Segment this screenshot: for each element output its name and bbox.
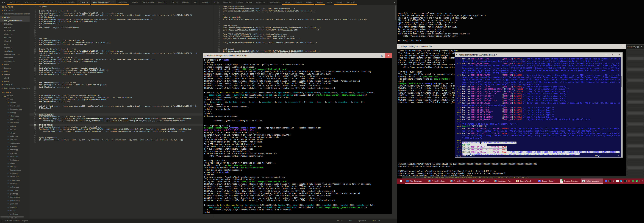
sidebar-item-untitled[interactable]: ≡untitled (0, 73, 30, 76)
tab-expand-1[interactable]: expand.1 (200, 0, 212, 5)
tab-untitled[interactable]: untitled (334, 0, 345, 5)
tree-item-paste-cpp[interactable]: C+paste.cpp (0, 192, 30, 196)
close-button[interactable]: ✕ (385, 53, 392, 58)
display-tray-icon[interactable] (642, 180, 644, 182)
tab-df-cop[interactable]: df.cop (212, 0, 221, 5)
tab-untitled[interactable]: untitled (314, 0, 325, 5)
sidebar-item-200x200px[interactable]: ≡200x200px (0, 22, 30, 26)
sidebar-item-chown-cpp[interactable]: chown.cpp (0, 32, 30, 36)
close-button[interactable]: ✕ (620, 44, 626, 49)
maximize-button[interactable]: ▢ (379, 53, 385, 58)
vcxsrv-tray-icon[interactable]: X (612, 180, 615, 182)
tab-nice-1[interactable]: nice.1 (325, 0, 334, 5)
sidebar-item-untitled[interactable]: ≡untitled (0, 63, 30, 66)
tree-item-link-cpp[interactable]: C+link.cpp (0, 165, 30, 168)
tree-item-printf-cpp[interactable]: C+printf.cpp (0, 202, 30, 206)
maximize-button[interactable]: ▢ (609, 52, 616, 57)
taskbar-button-vcxsrv-window-[interactable]: XVcXsrv window... (581, 178, 603, 184)
tree-item-nice-cpp[interactable]: C+nice.cpp (0, 182, 30, 186)
cmd-tray-icon[interactable]: >_ (608, 180, 611, 182)
sidebar-item-41684876[interactable]: ≡41684876 (0, 83, 30, 87)
close-icon[interactable]: ✕ (87, 2, 88, 3)
tree-item-cmd[interactable]: –cmd (0, 98, 30, 101)
tab-scroll-arrows[interactable]: ◀ ▶ (0, 0, 7, 5)
taskbar-button-messenger-fa-[interactable]: Messenger | Fa... (493, 178, 515, 184)
tree-item-head-cpp[interactable]: C+head.cpp (0, 155, 30, 158)
tab-tpm2-startauthsession[interactable]: tpm2_startauthsession✕ (90, 0, 116, 5)
sidebar-item-makefile[interactable]: Makefile (0, 26, 30, 29)
sidebar-item-nice-1[interactable]: nice.1 (0, 76, 30, 80)
vim-scrollbar[interactable] (621, 57, 622, 158)
tree-item-df-cpp[interactable]: C+df.cpp (0, 131, 30, 135)
tab-makefile[interactable]: Makefile (130, 0, 141, 5)
tree-item-rm-cpp[interactable]: C+rm.cpp (0, 209, 30, 212)
status-item-utf-8[interactable]: UTF-8 (338, 220, 342, 222)
discord-tray-icon[interactable] (605, 180, 607, 182)
red-app-tray-icon[interactable] (628, 180, 630, 182)
tree-item-factor-cpp[interactable]: C+factor.cpp (0, 148, 30, 152)
sidebar-item-fold-cpp[interactable]: fold.cpp (0, 36, 30, 39)
tree-item-mkdir-cpp[interactable]: C+mkdir.cpp (0, 172, 30, 175)
close-button[interactable]: ✕ (616, 52, 622, 57)
tab-vore-mode[interactable]: vore-mode (254, 0, 267, 5)
green-app-tray-icon[interactable] (632, 180, 634, 182)
sidebar-item-readme-md[interactable]: README.md (0, 29, 30, 32)
tree-item-dd-cpp[interactable]: C+dd.cpp (0, 128, 30, 131)
taskbar-button-cicada-discord[interactable]: ᗜCicada - Discord (537, 178, 559, 184)
tzpfms-terminal-titlebar[interactable]: X nabijaczleweli@tarta: ~/uwu/tzpfms ✕ (397, 44, 626, 49)
close-icon[interactable]: ✕ (112, 2, 114, 3)
tab-chown-1[interactable]: chown.1 (180, 0, 192, 5)
sidebar-item-no-pcrs-[interactable]: ≡no pcrs: (0, 16, 30, 19)
tab-200x200px[interactable]: 200x200px (116, 0, 130, 5)
tab-scroll-left-icon[interactable]: ◀ (2, 2, 3, 3)
tab-vore-numeric[interactable]: vore-numeric (267, 0, 282, 5)
tree-item-mktemp-cpp[interactable]: C+mktemp.cpp (0, 179, 30, 182)
editor-pane-left[interactable]: 1no pcrs:23{ echo 'to be soln'; date -R;… (30, 5, 213, 218)
tree-item-expr-cpp[interactable]: C+expr.cpp (0, 145, 30, 148)
taskbar-button-valorant-lu-[interactable]: VALORANT: Lu... (471, 178, 493, 184)
sidebar-item-expand-1[interactable]: expand.1 (0, 46, 30, 50)
taskbar-button-firefox-develop-[interactable]: Firefox Develop... (427, 178, 449, 184)
tree-item-nproc-cpp[interactable]: C+nproc.cpp (0, 189, 30, 192)
sidebar-item-010100000011000000040000000010003000100000000c0000[interactable]: ≡010100000011000000040000000010003000100… (0, 12, 30, 16)
sidebar-item-vore-token[interactable]: vore-token (0, 50, 30, 53)
tab-untitled[interactable]: untitled (304, 0, 314, 5)
tab-41684876[interactable]: 41684876 (345, 0, 358, 5)
status-item-plain-text[interactable]: Plain Text (372, 220, 380, 222)
taskbar-button-sublime-text-3[interactable]: SSublime Text 3 (515, 178, 537, 184)
tree-item-chroot-cpp[interactable]: C+chroot.cpp (0, 118, 30, 121)
tab-antiswtechnakt-svg[interactable]: antiswtechnakt.svg (234, 0, 254, 5)
sidebar-horizontal-scrollbar[interactable] (0, 216, 24, 218)
tree-item-id-cpp[interactable]: C+id.cpp (0, 162, 30, 165)
minimize-button[interactable]: – (603, 52, 609, 57)
sidebar-item-test-html[interactable]: ≡test.html (0, 66, 30, 70)
tree-item-source[interactable]: –Source (0, 94, 30, 98)
tab-rm-1[interactable]: rm.1 (192, 0, 200, 5)
minimize-button[interactable]: – (372, 53, 379, 58)
tree-item-expand-cpp[interactable]: C+expand.cpp (0, 142, 30, 145)
taskbar-button-process-explore-[interactable]: Process Explore... (559, 178, 581, 184)
collapse-icon[interactable]: – (2, 94, 4, 98)
tree-item-cut-cpp[interactable]: C+cut.cpp (0, 124, 30, 128)
tree-item-env-cpp[interactable]: C+env.cpp (0, 138, 30, 142)
vim-buffer[interactable]: 427#define TPM2_ST_SESSIONS ((TPM2_ST) 0… (455, 57, 622, 158)
taskbar-button-firefox-develop-[interactable]: Firefox Develop... (449, 178, 471, 184)
tab-fold-cpp[interactable]: fold.cpp (169, 0, 180, 5)
sidebar-item-https-www-youtube-com-watch-v-7[interactable]: ≡https://www.youtube.com/watch?v=7 (0, 87, 30, 90)
start-button[interactable] (397, 178, 405, 184)
tab-untitled[interactable]: untitled (282, 0, 293, 5)
tree-item-nohup-cpp[interactable]: C+nohup.cpp (0, 186, 30, 189)
sidebar-item-antiswtechnakt-svg[interactable]: antiswtechnakt.svg (0, 53, 30, 56)
tab-test-html[interactable]: test.html (293, 0, 304, 5)
tree-item-pwd-cpp[interactable]: C+pwd.cpp (0, 206, 30, 209)
sidebar-item-bsd-vfonts-[interactable]: ≡BSD vfonts? (0, 9, 30, 12)
sidebar-item-tpm2-startauthsession[interactable]: ≡tpm2_startauthsession (0, 19, 30, 22)
taskbar-button-total-comman-[interactable]: TCTotal Comman... (405, 178, 427, 184)
vim-scrollbar-thumb[interactable] (621, 76, 622, 87)
tree-item-basename-cpp[interactable]: C+basename.cpp (0, 108, 30, 111)
usb-tray-icon[interactable] (639, 180, 641, 182)
gdb-terminal-titlebar[interactable]: X nabijaczleweli@tarta: ~/uwu/tpm2-tools… (203, 53, 392, 58)
sidebar-item-rm-1[interactable]: rm.1 (0, 42, 30, 46)
tab-chown-cpp[interactable]: chown.cpp (156, 0, 169, 5)
tree-item-printenv-cpp[interactable]: C+printenv.cpp (0, 199, 30, 202)
